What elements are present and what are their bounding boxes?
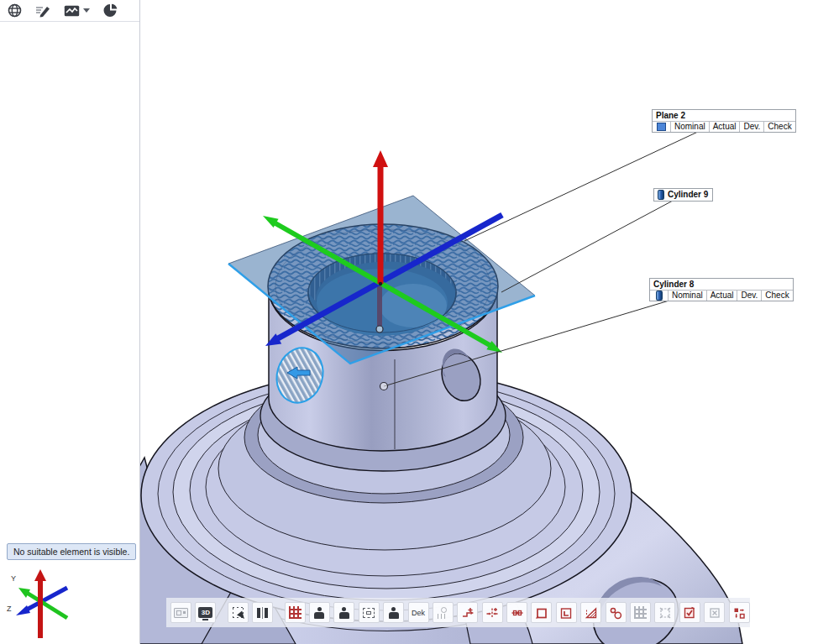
fit-selection-button[interactable] <box>359 602 380 623</box>
dev-button[interactable]: Dev. <box>739 122 763 132</box>
checkbox-checked-button[interactable] <box>679 602 700 623</box>
grid-button-2[interactable] <box>630 602 651 623</box>
cylinder-feature-icon <box>658 190 664 200</box>
align-center-icon <box>485 606 499 620</box>
actual-button[interactable]: Actual <box>709 122 740 132</box>
application-window: No suitable element is visible. Y Z Plan… <box>0 0 839 644</box>
check-button[interactable]: Check <box>761 291 792 301</box>
split-view-icon <box>257 607 268 619</box>
person-icon <box>338 607 350 619</box>
box-cross-button[interactable] <box>704 602 725 623</box>
check-button[interactable]: Check <box>763 122 794 132</box>
split-view-button[interactable] <box>252 602 273 623</box>
derive-pattern-button[interactable] <box>729 602 750 623</box>
cylinder8-reference-marker <box>380 383 388 390</box>
person-icon <box>313 607 325 619</box>
expand-box-button[interactable] <box>654 602 675 623</box>
stick-figure-button[interactable] <box>433 602 454 623</box>
triad-z-label: Z <box>7 605 12 613</box>
dek-label: Dek <box>412 609 425 617</box>
grid-icon <box>289 606 302 619</box>
view-orientation-triad: Y Z <box>0 564 84 644</box>
status-tooltip: No suitable element is visible. <box>7 543 136 560</box>
slot-constraint-icon <box>511 606 524 620</box>
annotation-title: Cylinder 8 <box>650 279 793 290</box>
actual-button[interactable]: Actual <box>706 291 737 301</box>
slot-constraint-button[interactable] <box>506 602 527 623</box>
annotation-cylinder8[interactable]: Cylinder 8 Nominal Actual Dev. Check <box>649 278 794 301</box>
align-center-button[interactable] <box>482 602 503 623</box>
label-tag-icon <box>174 608 188 618</box>
square-corner-l-button[interactable] <box>556 602 577 623</box>
plane-feature-icon <box>653 122 670 132</box>
derive-pattern-icon <box>732 606 746 620</box>
person-icon <box>388 607 400 619</box>
grid-icon <box>634 606 647 619</box>
square-corner-l-icon <box>559 606 573 620</box>
angle-wedge-button[interactable] <box>580 602 601 623</box>
red-axis-arrowhead <box>373 150 388 167</box>
annotation-cylinder9[interactable]: Cylinder 9 <box>653 188 713 202</box>
top-toolbar <box>0 0 139 22</box>
step-plus-button[interactable] <box>457 602 478 623</box>
origin-point <box>379 282 382 285</box>
operator-button-3[interactable] <box>383 602 404 623</box>
linked-circles-icon <box>609 606 622 620</box>
globe-icon[interactable] <box>8 3 22 19</box>
cylinder9-reference-marker <box>376 326 383 332</box>
checkbox-checked-icon <box>683 606 696 620</box>
edit-annotation-icon[interactable] <box>35 3 50 19</box>
operator-button-1[interactable] <box>309 602 330 623</box>
dropdown-caret-icon[interactable] <box>83 8 90 13</box>
3d-view-button[interactable]: 3D <box>195 602 216 623</box>
stick-figure-icon <box>438 607 448 619</box>
linked-circles-button[interactable] <box>606 602 627 623</box>
grid-button[interactable] <box>285 602 306 623</box>
image-chart-icon[interactable] <box>64 3 90 19</box>
expand-box-icon <box>658 606 672 620</box>
annotation-title: Cylinder 9 <box>668 190 708 200</box>
pie-chart-icon[interactable] <box>103 3 118 19</box>
dev-button[interactable]: Dev. <box>737 291 761 301</box>
step-plus-icon <box>461 606 475 620</box>
box-cross-icon <box>708 606 721 620</box>
annotation-plane2[interactable]: Plane 2 Nominal Actual Dev. Check <box>652 109 796 133</box>
cylinder9-leader <box>501 201 673 292</box>
fit-selection-icon <box>363 608 375 618</box>
marquee-select-icon <box>233 607 244 618</box>
bottom-toolbar: 3D Dek <box>166 598 750 627</box>
square-outline-button[interactable] <box>531 602 552 623</box>
square-outline-icon <box>535 606 548 620</box>
label-visibility-button[interactable] <box>170 602 191 623</box>
angle-wedge-icon <box>585 606 598 620</box>
nominal-button[interactable]: Nominal <box>668 291 706 301</box>
operator-button-2[interactable] <box>333 602 354 623</box>
3d-monitor-icon: 3D <box>198 607 212 618</box>
dek-button[interactable]: Dek <box>408 602 429 623</box>
plane2-leader <box>464 131 700 241</box>
triad-y-label: Y <box>11 574 16 583</box>
cylinder-feature-icon <box>650 291 668 301</box>
annotation-title: Plane 2 <box>653 110 795 121</box>
marquee-select-button[interactable] <box>228 602 249 623</box>
nominal-button[interactable]: Nominal <box>670 122 709 132</box>
